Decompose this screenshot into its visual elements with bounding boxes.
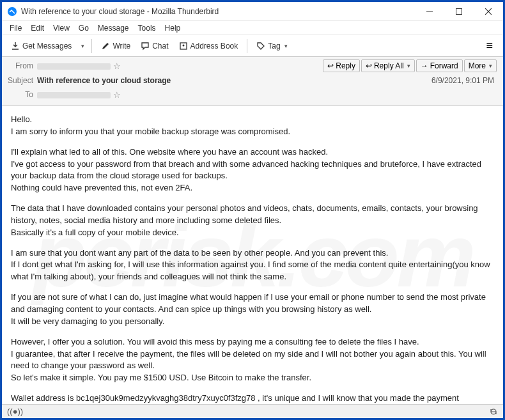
body-paragraph: I'll explain what led to all of this. On…: [11, 146, 494, 194]
forward-button[interactable]: →Forward: [416, 59, 463, 72]
message-body[interactable]: pcrisk.com Hello. I am sorry to inform y…: [2, 106, 503, 404]
menu-edit[interactable]: Edit: [27, 22, 48, 34]
body-paragraph: The data that I have downloaded contains…: [11, 203, 494, 239]
menu-help[interactable]: Help: [161, 22, 185, 34]
chevron-down-icon: ▾: [81, 43, 84, 49]
sync-icon[interactable]: [489, 407, 498, 416]
get-messages-dropdown[interactable]: ▾: [78, 43, 86, 49]
header-actions: ↩Reply ↩Reply All▾ →Forward More▾: [323, 59, 497, 72]
minimize-button[interactable]: [415, 2, 444, 21]
reply-button[interactable]: ↩Reply: [323, 59, 360, 72]
menubar: File Edit View Go Message Tools Help: [2, 21, 503, 35]
to-label: To: [2, 90, 37, 99]
message-headers: From ☆ ↩Reply ↩Reply All▾ →Forward More▾…: [2, 57, 503, 106]
redacted: [37, 92, 111, 98]
download-icon: [11, 42, 20, 51]
from-value: ☆: [37, 61, 121, 71]
more-label: More: [469, 61, 486, 70]
svg-rect-2: [456, 8, 462, 14]
write-label: Write: [113, 42, 130, 51]
get-messages-label: Get Messages: [22, 42, 72, 51]
addressbook-button[interactable]: Address Book: [175, 39, 242, 53]
menu-file[interactable]: File: [6, 22, 26, 34]
pencil-icon: [101, 42, 110, 51]
close-button[interactable]: [474, 2, 503, 21]
forward-label: Forward: [430, 61, 458, 70]
more-button[interactable]: More▾: [464, 59, 497, 72]
star-icon[interactable]: ☆: [113, 90, 121, 100]
menu-tools[interactable]: Tools: [134, 22, 160, 34]
to-value: ☆: [37, 90, 121, 100]
app-icon: [7, 6, 17, 17]
separator: [247, 39, 247, 53]
body-paragraph: I am sure that you dont want any part of…: [11, 247, 494, 284]
message-datetime: 6/9/2021, 9:01 PM: [431, 76, 497, 85]
body-paragraph: Hello. I am sorry to inform you that you…: [11, 114, 494, 138]
body-paragraph: If you are not sure of what I can do, ju…: [11, 292, 494, 328]
app-window: With reference to your cloud storage - M…: [1, 1, 504, 419]
app-menu-button[interactable]: ≡: [481, 36, 498, 55]
reply-label: Reply: [336, 61, 355, 70]
toolbar: Get Messages ▾ Write Chat Address Book T…: [2, 35, 503, 57]
menu-go[interactable]: Go: [75, 22, 93, 34]
chat-icon: [141, 42, 150, 51]
statusbar: ((●)): [2, 404, 503, 418]
reply-all-icon: ↩: [366, 61, 372, 70]
get-messages-button[interactable]: Get Messages: [7, 39, 75, 53]
tag-label: Tag: [268, 42, 280, 51]
online-icon[interactable]: ((●)): [7, 407, 23, 416]
reply-all-label: Reply All: [374, 61, 404, 70]
addressbook-label: Address Book: [190, 42, 238, 51]
titlebar: With reference to your cloud storage - M…: [2, 2, 503, 21]
separator: [91, 39, 92, 53]
body-paragraph: However, I offer you a solution. You wil…: [11, 336, 494, 384]
reply-all-button[interactable]: ↩Reply All▾: [361, 59, 415, 72]
hamburger-icon: ≡: [486, 39, 493, 52]
tag-button[interactable]: Tag ▾: [252, 39, 291, 53]
body-paragraph: Wallet address is bc1qej30uk9medzyykvagh…: [11, 393, 494, 404]
redacted: [37, 63, 111, 70]
maximize-button[interactable]: [444, 2, 474, 21]
window-controls: [415, 2, 503, 21]
chevron-down-icon: ▾: [407, 63, 410, 69]
subject-value: With reference to your cloud storage: [37, 76, 171, 85]
window-title: With reference to your cloud storage - M…: [21, 7, 415, 16]
from-label: From: [2, 61, 37, 70]
reply-icon: ↩: [327, 61, 334, 70]
chat-label: Chat: [152, 42, 168, 51]
subject-label: Subject: [2, 76, 37, 85]
chevron-down-icon: ▾: [489, 63, 492, 69]
forward-icon: →: [421, 61, 428, 70]
body-text: Hello. I am sorry to inform you that you…: [11, 114, 494, 404]
chat-button[interactable]: Chat: [137, 39, 172, 53]
addressbook-icon: [179, 42, 188, 51]
chevron-down-icon: ▾: [284, 43, 288, 49]
star-icon[interactable]: ☆: [113, 61, 121, 71]
tag-icon: [256, 42, 265, 51]
svg-point-6: [182, 44, 184, 46]
menu-message[interactable]: Message: [94, 22, 133, 34]
menu-view[interactable]: View: [49, 22, 74, 34]
write-button[interactable]: Write: [97, 39, 134, 53]
